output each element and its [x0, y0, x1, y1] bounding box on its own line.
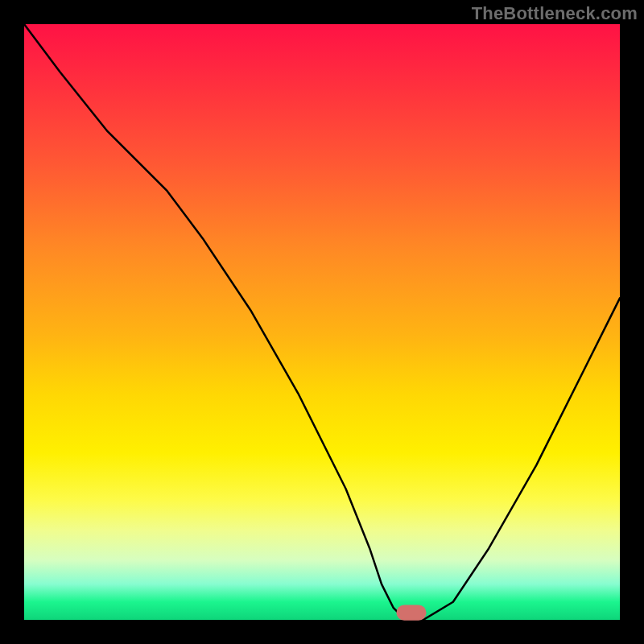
chart-svg [24, 24, 620, 620]
chart-frame: TheBottleneck.com [0, 0, 644, 644]
bottleneck-curve [24, 24, 620, 620]
optimal-marker [397, 605, 427, 621]
watermark-text: TheBottleneck.com [472, 3, 638, 24]
